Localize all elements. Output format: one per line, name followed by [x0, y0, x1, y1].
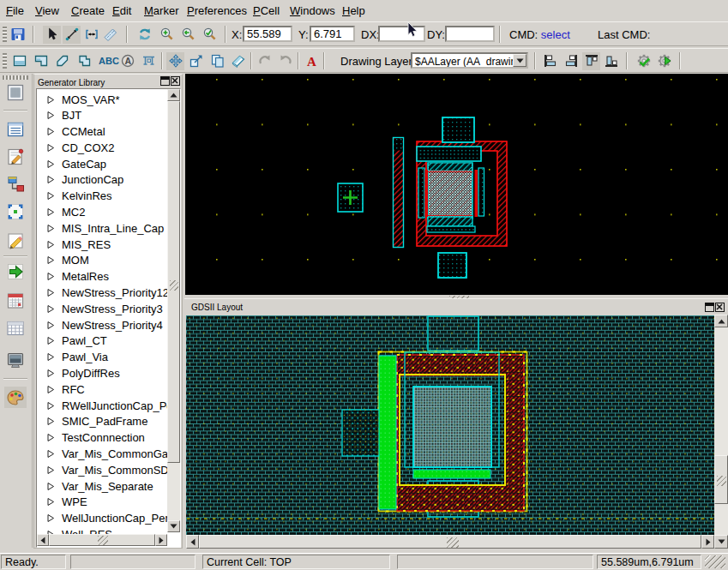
svg-text:ABC: ABC	[99, 56, 119, 66]
svg-text:A: A	[125, 56, 132, 66]
svg-text:A: A	[307, 55, 316, 69]
